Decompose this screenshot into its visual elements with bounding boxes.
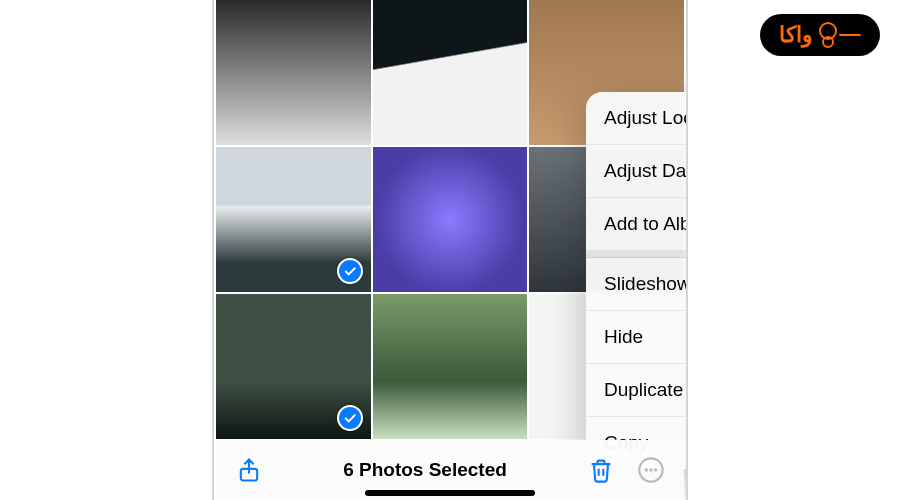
selection-check-icon (337, 405, 363, 431)
photo-tile[interactable] (216, 294, 371, 439)
ellipsis-icon (637, 456, 665, 484)
bottom-toolbar: 6 Photos Selected (216, 440, 684, 500)
trash-icon (587, 456, 615, 484)
menu-item-slideshow[interactable]: Slideshow (586, 258, 688, 311)
photo-tile[interactable] (216, 0, 371, 145)
more-button[interactable] (634, 453, 668, 487)
menu-item-label: Hide (604, 326, 643, 348)
svg-point-17 (654, 468, 657, 471)
share-button[interactable] (232, 453, 266, 487)
menu-separator (586, 251, 688, 258)
context-menu: Adjust Location Adjust Date & Time Add t… (586, 92, 688, 469)
phone-frame: Adjust Location Adjust Date & Time Add t… (212, 0, 688, 500)
menu-item-adjust-date-time[interactable]: Adjust Date & Time (586, 145, 688, 198)
menu-item-label: Add to Album (604, 213, 688, 235)
watermark-text: واکا (779, 22, 813, 48)
selection-check-icon (337, 258, 363, 284)
watermark-icon (839, 34, 861, 36)
menu-item-label: Duplicate (604, 379, 683, 401)
photo-tile[interactable] (373, 147, 528, 292)
photo-tile[interactable] (216, 147, 371, 292)
menu-item-duplicate[interactable]: Duplicate (586, 364, 688, 417)
share-icon (235, 456, 263, 484)
photo-tile[interactable] (373, 294, 528, 439)
selection-count-label: 6 Photos Selected (343, 459, 507, 481)
home-indicator (365, 490, 535, 496)
menu-item-hide[interactable]: Hide (586, 311, 688, 364)
menu-item-adjust-location[interactable]: Adjust Location (586, 92, 688, 145)
watermark-icon (819, 20, 837, 50)
svg-point-15 (645, 468, 648, 471)
watermark-logo: واکا (760, 14, 880, 56)
photo-tile[interactable] (373, 0, 528, 145)
menu-item-label: Slideshow (604, 273, 688, 295)
menu-item-label: Adjust Date & Time (604, 160, 688, 182)
trash-button[interactable] (584, 453, 618, 487)
menu-item-add-to-album[interactable]: Add to Album (586, 198, 688, 251)
svg-point-16 (649, 468, 652, 471)
menu-item-label: Adjust Location (604, 107, 688, 129)
